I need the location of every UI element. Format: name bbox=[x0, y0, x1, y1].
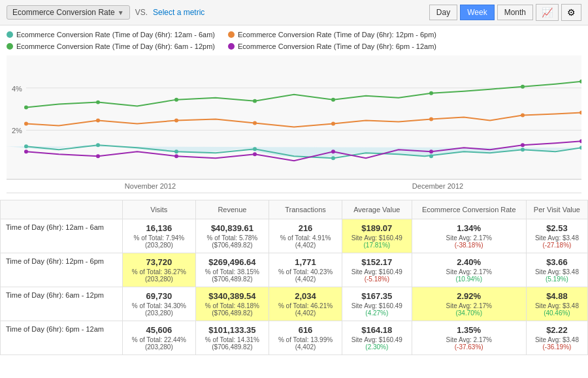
cell-sub2-visits-0: (203,280) bbox=[128, 242, 190, 249]
cell-avg_value-3: $164.18Site Avg: $160.49(2.30%) bbox=[342, 321, 412, 355]
cell-main-visits-0: 16,136 bbox=[128, 223, 190, 233]
svg-point-23 bbox=[96, 143, 100, 147]
svg-point-14 bbox=[24, 121, 28, 125]
cell-main-per_visit-1: $3.66 bbox=[532, 257, 582, 267]
cell-per_visit-0: $2.53Site Avg: $3.48(-27.18%) bbox=[526, 219, 587, 253]
cell-visits-0: 16,136% of Total: 7.94%(203,280) bbox=[122, 219, 195, 253]
cell-sub1-avg_value-0: Site Avg: $160.49 bbox=[348, 234, 406, 242]
cell-sub2-revenue-2: ($706,489.82) bbox=[201, 309, 263, 317]
cell-visits-2: 69,730% of Total: 34.30%(203,280) bbox=[122, 287, 195, 321]
line-chart: 4% 2% bbox=[7, 55, 581, 180]
cell-sub1-visits-2: % of Total: 34.30% bbox=[128, 302, 190, 309]
cell-sub1-ecr-3: Site Avg: 2.17% bbox=[417, 336, 521, 343]
cell-ecr-0: 1.34%Site Avg: 2.17%(-38.18%) bbox=[412, 219, 526, 253]
svg-point-11 bbox=[429, 91, 433, 95]
cell-ecr-2: 2.92%Site Avg: 2.17%(34.70%) bbox=[412, 287, 526, 321]
cell-sub2-per_visit-2: (40.46%) bbox=[532, 309, 582, 317]
legend-label-1: Ecommerce Conversion Rate (Time of Day (… bbox=[16, 31, 215, 39]
cell-sub1-transactions-3: % of Total: 13.99% bbox=[274, 336, 336, 343]
cell-sub2-ecr-0: (-38.18%) bbox=[417, 242, 521, 249]
legend-dot-2 bbox=[228, 31, 235, 38]
svg-point-17 bbox=[253, 121, 257, 125]
scatter-chart-icon[interactable]: ⚙ bbox=[561, 4, 581, 21]
cell-sub1-transactions-1: % of Total: 40.23% bbox=[274, 268, 336, 276]
cell-sub2-revenue-0: ($706,489.82) bbox=[201, 242, 263, 249]
month-button[interactable]: Month bbox=[497, 5, 533, 20]
legend-item-2: Ecommerce Conversion Rate (Time of Day (… bbox=[228, 31, 436, 39]
cell-main-transactions-2: 2,034 bbox=[274, 291, 336, 301]
svg-point-8 bbox=[174, 98, 178, 102]
cell-sub1-avg_value-1: Site Avg: $160.49 bbox=[348, 268, 406, 276]
cell-sub1-per_visit-0: Site Avg: $3.48 bbox=[532, 234, 582, 242]
legend-item-3: Ecommerce Conversion Rate (Time of Day (… bbox=[7, 42, 215, 50]
svg-point-9 bbox=[253, 99, 257, 103]
cell-sub2-per_visit-3: (-36.19%) bbox=[532, 343, 582, 351]
cell-sub2-visits-2: (203,280) bbox=[128, 309, 190, 317]
week-button[interactable]: Week bbox=[460, 5, 494, 20]
cell-sub1-avg_value-2: Site Avg: $160.49 bbox=[348, 302, 406, 309]
table-row: Time of Day (6hr): 12am - 6am16,136% of … bbox=[1, 219, 588, 253]
cell-main-ecr-3: 1.35% bbox=[417, 325, 521, 335]
svg-point-7 bbox=[96, 101, 100, 104]
cell-transactions-1: 1,771% of Total: 40.23%(4,402) bbox=[269, 253, 342, 287]
cell-sub1-per_visit-2: Site Avg: $3.48 bbox=[532, 302, 582, 309]
legend-item-1: Ecommerce Conversion Rate (Time of Day (… bbox=[7, 31, 215, 39]
legend-dot-3 bbox=[7, 43, 13, 50]
cell-main-revenue-3: $101,133.35 bbox=[201, 325, 263, 335]
legend-dot-4 bbox=[228, 43, 235, 50]
cell-sub2-avg_value-3: (2.30%) bbox=[348, 343, 406, 351]
svg-point-35 bbox=[429, 150, 433, 153]
cell-main-visits-2: 69,730 bbox=[128, 291, 190, 301]
legend-label-4: Ecommerce Conversion Rate (Time of Day (… bbox=[238, 42, 436, 50]
cell-main-visits-3: 45,606 bbox=[128, 325, 190, 335]
chart-x-labels: November 2012 December 2012 bbox=[7, 180, 581, 193]
dropdown-arrow-icon: ▼ bbox=[118, 9, 124, 16]
cell-visits-1: 73,720% of Total: 36.27%(203,280) bbox=[122, 253, 195, 287]
cell-revenue-0: $40,839.61% of Total: 5.78%($706,489.82) bbox=[195, 219, 269, 253]
svg-point-19 bbox=[429, 118, 433, 121]
line-chart-icon[interactable]: 📈 bbox=[536, 4, 559, 21]
chart-svg: 4% 2% bbox=[7, 55, 581, 179]
cell-sub2-avg_value-1: (-5.18%) bbox=[348, 276, 406, 283]
col-header-empty bbox=[1, 200, 123, 219]
svg-point-12 bbox=[521, 85, 525, 89]
cell-sub2-revenue-1: ($706,489.82) bbox=[201, 276, 263, 283]
svg-point-26 bbox=[331, 156, 335, 160]
header: Ecommerce Conversion Rate ▼ VS. Select a… bbox=[0, 0, 588, 25]
cell-avg_value-2: $167.35Site Avg: $160.49(4.27%) bbox=[342, 287, 412, 321]
cell-sub1-ecr-1: Site Avg: 2.17% bbox=[417, 268, 521, 276]
metric-selector[interactable]: Ecommerce Conversion Rate ▼ bbox=[7, 5, 130, 20]
day-button[interactable]: Day bbox=[429, 5, 457, 20]
chart-legend: Ecommerce Conversion Rate (Time of Day (… bbox=[0, 25, 588, 55]
cell-sub1-revenue-3: % of Total: 14.31% bbox=[201, 336, 263, 343]
cell-main-avg_value-0: $189.07 bbox=[348, 223, 406, 233]
svg-point-25 bbox=[253, 147, 257, 151]
select-metric-link[interactable]: Select a metric bbox=[153, 8, 204, 17]
row-label-2: Time of Day (6hr): 6am - 12pm bbox=[1, 287, 123, 321]
cell-sub2-avg_value-0: (17.81%) bbox=[348, 242, 406, 249]
svg-point-31 bbox=[96, 154, 100, 158]
svg-point-22 bbox=[24, 144, 28, 148]
svg-point-34 bbox=[331, 150, 335, 153]
cell-per_visit-2: $4.88Site Avg: $3.48(40.46%) bbox=[526, 287, 587, 321]
legend-dot-1 bbox=[7, 31, 13, 38]
table-row: Time of Day (6hr): 12pm - 6pm73,720% of … bbox=[1, 253, 588, 287]
cell-sub1-revenue-2: % of Total: 48.18% bbox=[201, 302, 263, 309]
cell-sub1-per_visit-3: Site Avg: $3.48 bbox=[532, 336, 582, 343]
cell-sub2-ecr-3: (-37.63%) bbox=[417, 343, 521, 351]
row-label-0: Time of Day (6hr): 12am - 6am bbox=[1, 219, 123, 253]
svg-point-10 bbox=[331, 98, 335, 102]
x-label-dec: December 2012 bbox=[412, 182, 463, 190]
cell-transactions-3: 616% of Total: 13.99%(4,402) bbox=[269, 321, 342, 355]
vs-label: VS. bbox=[135, 8, 148, 17]
cell-main-per_visit-3: $2.22 bbox=[532, 325, 582, 335]
legend-label-3: Ecommerce Conversion Rate (Time of Day (… bbox=[16, 42, 215, 50]
cell-revenue-1: $269,496.64% of Total: 38.15%($706,489.8… bbox=[195, 253, 269, 287]
cell-sub2-ecr-2: (34.70%) bbox=[417, 309, 521, 317]
svg-point-27 bbox=[429, 154, 433, 158]
cell-sub2-ecr-1: (10.94%) bbox=[417, 276, 521, 283]
cell-sub1-ecr-2: Site Avg: 2.17% bbox=[417, 302, 521, 309]
data-table: Visits Revenue Transactions Average Valu… bbox=[0, 200, 588, 355]
svg-point-16 bbox=[174, 118, 178, 122]
svg-point-32 bbox=[174, 154, 178, 158]
